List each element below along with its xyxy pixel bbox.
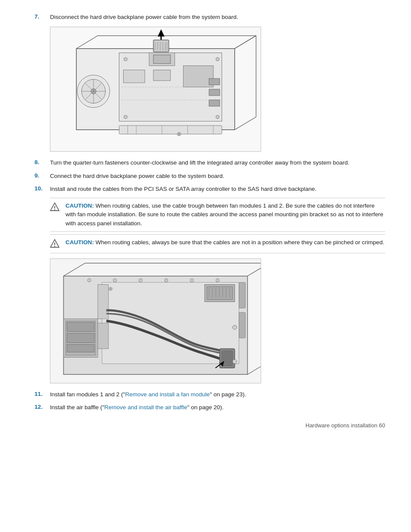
svg-point-26 — [124, 115, 128, 119]
step-10-number: 10. — [34, 185, 50, 192]
step-11-number: 11. — [34, 390, 50, 397]
svg-rect-19 — [153, 70, 171, 81]
step-9: 9. Connect the hard drive backplane powe… — [34, 172, 385, 180]
caution-1-body: When routing cables, use the cable troug… — [65, 202, 383, 227]
svg-point-50 — [54, 209, 55, 210]
footer: Hardware options installation 60 — [34, 422, 385, 429]
step-7: 7. Disconnect the hard drive backplane p… — [34, 13, 385, 22]
svg-point-92 — [233, 359, 237, 364]
step-9-text: Connect the hard drive backplane power c… — [50, 172, 385, 180]
svg-rect-94 — [239, 312, 246, 338]
svg-point-91 — [233, 325, 237, 330]
caution-1-icon — [50, 202, 61, 213]
caution-1-label: CAUTION: — [65, 202, 94, 209]
svg-point-69 — [165, 278, 168, 282]
svg-rect-23 — [209, 100, 220, 106]
svg-point-24 — [124, 58, 128, 61]
svg-rect-17 — [153, 55, 171, 64]
svg-point-25 — [216, 58, 219, 61]
svg-rect-64 — [67, 333, 94, 343]
step-12: 12. Install the air baffle ("Remove and … — [34, 403, 385, 412]
step-8-number: 8. — [34, 159, 50, 165]
svg-rect-32 — [153, 40, 169, 52]
svg-point-53 — [54, 246, 55, 247]
svg-rect-22 — [209, 89, 220, 96]
svg-rect-74 — [98, 323, 109, 349]
caution-1-text: CAUTION: When routing cables, use the ca… — [65, 202, 385, 228]
step-12-text: Install the air baffle ("Remove and inst… — [50, 403, 385, 412]
svg-rect-21 — [209, 78, 220, 85]
step-8-text: Turn the quarter-turn fasteners counter-… — [50, 159, 385, 167]
step-10-text: Install and route the cables from the PC… — [50, 185, 385, 193]
svg-rect-20 — [184, 66, 214, 87]
air-baffle-link[interactable]: Remove and install the air baffle — [104, 404, 187, 411]
step-12-number: 12. — [34, 403, 50, 410]
diagram-1 — [50, 27, 261, 152]
svg-point-68 — [139, 278, 142, 282]
svg-point-27 — [216, 115, 219, 119]
svg-rect-93 — [239, 282, 246, 308]
caution-2-body: When routing cables, always be sure that… — [94, 239, 384, 246]
caution-2-text: CAUTION: When routing cables, always be … — [65, 238, 384, 247]
step-10: 10. Install and route the cables from th… — [34, 185, 385, 193]
caution-1: CAUTION: When routing cables, use the ca… — [50, 198, 385, 232]
step-7-text: Disconnect the hard drive backplane powe… — [50, 13, 385, 22]
diagram-2 — [50, 258, 261, 383]
svg-rect-63 — [67, 322, 94, 332]
caution-2-icon — [50, 239, 61, 249]
step-11: 11. Install fan modules 1 and 2 ("Remove… — [34, 390, 385, 399]
svg-rect-65 — [67, 344, 94, 352]
svg-point-70 — [190, 278, 193, 282]
step-9-number: 9. — [34, 172, 50, 179]
footer-text: Hardware options installation 60 — [305, 422, 385, 429]
caution-2-label: CAUTION: — [65, 239, 94, 246]
diagram-1-svg — [50, 27, 261, 151]
step-7-number: 7. — [34, 13, 50, 20]
caution-2: CAUTION: When routing cables, always be … — [50, 234, 385, 253]
svg-point-66 — [87, 278, 91, 282]
diagram-2-svg — [50, 259, 261, 383]
step-11-text: Install fan modules 1 and 2 ("Remove and… — [50, 390, 385, 399]
svg-point-67 — [113, 278, 117, 282]
svg-rect-18 — [124, 70, 145, 83]
svg-point-71 — [216, 278, 219, 282]
svg-rect-39 — [119, 126, 222, 134]
svg-rect-76 — [207, 286, 233, 299]
step-8: 8. Turn the quarter-turn fasteners count… — [34, 159, 385, 167]
fan-module-link[interactable]: Remove and install a fan module — [125, 391, 210, 398]
